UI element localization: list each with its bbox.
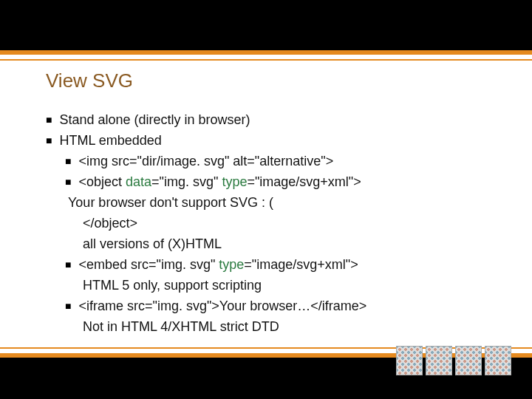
- bullet-icon: ■: [65, 151, 71, 171]
- sub-bullet-img: ■<img src="dir/image. svg" alt="alternat…: [65, 151, 489, 171]
- thumbnail-icon: [396, 346, 423, 375]
- thumbnail-icon: [426, 346, 452, 375]
- object-close: </object>: [83, 213, 489, 233]
- bullet-icon: ■: [46, 130, 52, 151]
- bullet-icon: ■: [65, 296, 71, 316]
- code-line: <iframe src="img. svg">Your browser…</if…: [78, 296, 366, 316]
- bullet-standalone: ■Stand alone (directly in browser): [46, 109, 489, 130]
- code-line: <embed src="img. svg" type="image/svg+xm…: [78, 254, 358, 275]
- bullet-html-embedded: ■HTML embedded: [46, 130, 489, 151]
- object-inner-text: Your browser don't support SVG : (: [68, 192, 489, 213]
- bullet-icon: ■: [46, 109, 52, 130]
- sub-bullet-iframe: ■<iframe src="img. svg">Your browser…</i…: [65, 296, 489, 316]
- code-line: <img src="dir/image. svg" alt="alternati…: [78, 151, 333, 171]
- slide-heading: View SVG: [46, 69, 133, 92]
- sub-bullet-embed: ■<embed src="img. svg" type="image/svg+x…: [65, 254, 489, 275]
- sub-bullet-object: ■<object data="img. svg" type="image/svg…: [65, 171, 489, 192]
- code-line: <object data="img. svg" type="image/svg+…: [78, 171, 361, 192]
- top-bar: [0, 0, 532, 50]
- bullet-text: Stand alone (directly in browser): [59, 109, 250, 130]
- iframe-note: Not in HTML 4/XHTML strict DTD: [83, 316, 489, 337]
- top-thin-line: [0, 59, 532, 61]
- bullet-text: HTML embedded: [59, 130, 161, 151]
- object-note: all versions of (X)HTML: [83, 233, 489, 254]
- footer-thumbnails: [396, 346, 511, 375]
- slide-body: ■Stand alone (directly in browser) ■HTML…: [46, 109, 489, 337]
- top-accent: [0, 50, 532, 55]
- thumbnail-icon: [485, 346, 511, 375]
- bullet-icon: ■: [65, 171, 71, 192]
- thumbnail-icon: [455, 346, 482, 375]
- bullet-icon: ■: [65, 254, 71, 275]
- embed-note: HTML 5 only, support scripting: [83, 275, 489, 296]
